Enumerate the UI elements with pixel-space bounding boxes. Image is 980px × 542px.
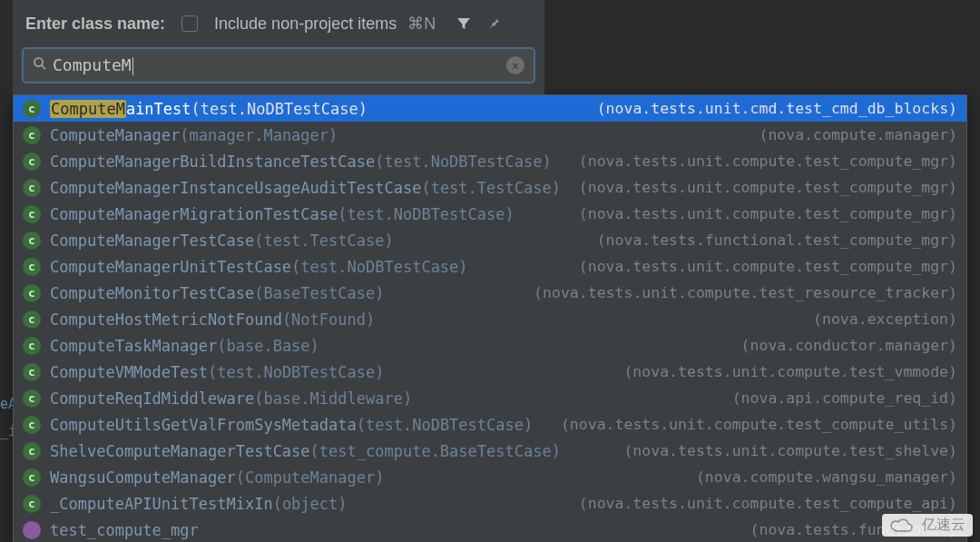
- result-row[interactable]: cComputeManager(manager.Manager)(nova.co…: [14, 122, 966, 148]
- result-name: _ComputeAPIUnitTestMixIn(object): [50, 495, 348, 513]
- search-icon: [33, 56, 47, 74]
- class-type-icon: c: [23, 442, 41, 460]
- result-name: ComputeManagerTestCase(test.TestCase): [50, 232, 394, 250]
- result-location: (nova.tests.unit.compute.test_compute_ap…: [570, 495, 957, 512]
- result-row[interactable]: c_ComputeAPIUnitTestMixIn(object)(nova.t…: [14, 490, 966, 517]
- result-location: (nova.tests.unit.compute.test_compute_mg…: [570, 205, 957, 222]
- class-type-icon: c: [23, 258, 41, 276]
- class-type-icon: c: [23, 284, 41, 302]
- result-name: WangsuComputeManager(ComputeManager): [50, 468, 384, 487]
- class-type-icon: c: [23, 179, 41, 197]
- result-row[interactable]: cComputeUtilsGetValFromSysMetadata(test.…: [14, 411, 966, 438]
- watermark-text: 亿速云: [922, 516, 965, 535]
- class-type-icon: c: [23, 100, 41, 118]
- result-location: (nova.compute.manager): [750, 126, 957, 143]
- result-name: ComputeManagerMigrationTestCase(test.NoD…: [50, 205, 514, 223]
- result-name: ComputeMainTest(test.NoDBTestCase): [50, 100, 368, 118]
- result-location: (nova.tests.unit.compute.test_shelve): [614, 442, 957, 459]
- class-type-icon: c: [23, 363, 41, 381]
- result-name: ComputeManagerBuildInstanceTestCase(test…: [50, 153, 552, 171]
- result-row[interactable]: test_compute_mgr(nova.tests.functional): [14, 517, 966, 542]
- result-location: (nova.tests.unit.compute.test_resource_t…: [524, 284, 957, 301]
- class-type-icon: c: [23, 416, 41, 434]
- result-row[interactable]: cShelveComputeManagerTestCase(test_compu…: [14, 438, 966, 464]
- class-type-icon: c: [23, 153, 41, 171]
- svg-line-1: [42, 65, 45, 69]
- class-type-icon: c: [23, 468, 41, 487]
- svg-point-0: [34, 58, 43, 66]
- pin-icon[interactable]: [485, 15, 501, 32]
- result-name: ShelveComputeManagerTestCase(test_comput…: [50, 442, 561, 460]
- class-type-icon: c: [23, 126, 41, 144]
- include-nonproject-label: Include non-project items: [214, 15, 397, 34]
- class-type-icon: c: [23, 495, 41, 513]
- variable-type-icon: [23, 521, 41, 539]
- result-location: (nova.tests.functional.test_compute_mgr): [588, 232, 957, 249]
- result-location: (nova.tests.unit.compute.test_compute_mg…: [570, 153, 957, 170]
- class-type-icon: c: [23, 337, 41, 355]
- result-row[interactable]: cComputeHostMetricNotFound(NotFound)(nov…: [14, 306, 966, 332]
- result-name: ComputeHostMetricNotFound(NotFound): [50, 310, 375, 329]
- result-row[interactable]: cComputeReqIdMiddleware(base.Middleware)…: [14, 385, 966, 411]
- result-row[interactable]: cComputeManagerMigrationTestCase(test.No…: [14, 201, 966, 227]
- result-row[interactable]: cComputeMonitorTestCase(BaseTestCase)(no…: [14, 280, 966, 306]
- shortcut-hint: ⌘N: [407, 14, 436, 34]
- result-name: ComputeManagerUnitTestCase(test.NoDBTest…: [50, 258, 468, 276]
- panel-title: Enter class name:: [25, 15, 165, 34]
- result-name: ComputeMonitorTestCase(BaseTestCase): [50, 284, 384, 302]
- result-location: (nova.api.compute_req_id): [723, 389, 957, 407]
- search-query-text: ComputeM: [53, 55, 506, 75]
- result-row[interactable]: cComputeTaskManager(base.Base)(nova.cond…: [14, 332, 966, 359]
- result-name: ComputeVMModeTest(test.NoDBTestCase): [50, 363, 384, 381]
- result-row[interactable]: cComputeMainTest(test.NoDBTestCase)(nova…: [14, 95, 966, 122]
- result-row[interactable]: cComputeManagerUnitTestCase(test.NoDBTes…: [14, 253, 966, 280]
- result-name: ComputeUtilsGetValFromSysMetadata(test.N…: [50, 416, 533, 434]
- panel-header: Enter class name: Include non-project it…: [13, 0, 544, 47]
- result-row[interactable]: cComputeManagerBuildInstanceTestCase(tes…: [14, 148, 966, 174]
- class-type-icon: c: [23, 205, 41, 223]
- clear-icon[interactable]: ✕: [506, 56, 524, 74]
- search-input[interactable]: ComputeM ✕: [22, 47, 535, 84]
- result-row[interactable]: cComputeManagerInstanceUsageAuditTestCas…: [14, 174, 966, 201]
- result-name: ComputeManagerInstanceUsageAuditTestCase…: [50, 179, 561, 197]
- class-type-icon: c: [23, 310, 41, 329]
- results-dropdown: cComputeMainTest(test.NoDBTestCase)(nova…: [13, 94, 967, 542]
- class-search-panel: Enter class name: Include non-project it…: [13, 0, 544, 94]
- result-location: (nova.conductor.manager): [732, 337, 957, 354]
- result-location: (nova.tests.unit.compute.test_vmmode): [614, 363, 957, 380]
- result-name: ComputeTaskManager(base.Base): [50, 337, 319, 355]
- result-row[interactable]: cWangsuComputeManager(ComputeManager)(no…: [14, 464, 966, 490]
- watermark: 亿速云: [882, 514, 973, 537]
- result-location: (nova.exception): [804, 310, 957, 328]
- result-location: (nova.tests.unit.compute.test_compute_mg…: [570, 179, 957, 196]
- result-row[interactable]: cComputeVMModeTest(test.NoDBTestCase)(no…: [14, 359, 966, 385]
- class-type-icon: c: [23, 232, 41, 250]
- result-name: ComputeManager(manager.Manager): [50, 126, 338, 144]
- filter-icon[interactable]: [456, 15, 472, 32]
- result-name: test_compute_mgr: [50, 521, 199, 539]
- result-location: (nova.compute.wangsu_manager): [687, 468, 957, 486]
- result-name: ComputeReqIdMiddleware(base.Middleware): [50, 389, 412, 408]
- result-location: (nova.tests.unit.compute.test_compute_ut…: [552, 416, 957, 433]
- result-row[interactable]: cComputeManagerTestCase(test.TestCase)(n…: [14, 227, 966, 253]
- result-location: (nova.tests.unit.compute.test_compute_mg…: [570, 258, 957, 275]
- include-nonproject-checkbox[interactable]: [181, 15, 198, 32]
- class-type-icon: c: [23, 389, 41, 408]
- result-location: (nova.tests.unit.cmd.test_cmd_db_blocks): [588, 100, 957, 117]
